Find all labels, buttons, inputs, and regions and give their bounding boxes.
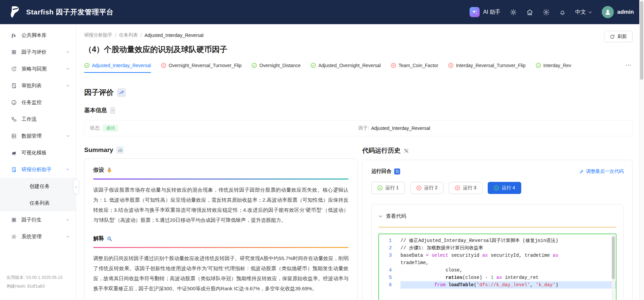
code-line: 6 from loadTable('dfs://k_day_level', 'k… (379, 281, 616, 289)
sidebar-item-system-management[interactable]: 系统管理 (0, 228, 76, 245)
pencil-icon (579, 169, 584, 174)
chevron-down-icon (66, 218, 70, 222)
top-navbar: Starfish 因子开发管理平台 AI 助手 中文 adm (0, 0, 644, 24)
svg-text:¥: ¥ (13, 67, 14, 70)
database-icon (11, 133, 17, 139)
sidebar-item-report-assistant[interactable]: 研报分析助手 (0, 161, 76, 178)
view-code-toggle[interactable]: 查看代码 (378, 210, 616, 219)
chevron-down-icon (378, 214, 383, 218)
notification-bell-icon[interactable] (559, 9, 566, 16)
theme-sun-icon[interactable] (510, 9, 517, 16)
adjust-last-code-link[interactable]: 调整最后一次代码 (579, 168, 624, 174)
sidebar-item-data-management[interactable]: 数据管理 (0, 128, 76, 144)
report-doc-icon (11, 167, 17, 172)
success-circle-icon (377, 185, 383, 191)
tab-interday-rev-truncated[interactable]: Interday_Rev (536, 63, 571, 73)
chevron-down-icon (588, 10, 592, 14)
summary-card: 假设 该因子假设股票市场存在动量与反转效应的混合现象，传统反转因子因部分股票的动… (84, 158, 358, 300)
chart-icon (11, 150, 17, 156)
chevron-down-icon (66, 67, 70, 71)
sidebar-item-workflow[interactable]: 工作流 (0, 111, 76, 128)
ai-assistant-button[interactable]: AI 助手 (470, 7, 500, 17)
app-title: Starfish 因子开发管理平台 (26, 7, 114, 17)
sidebar-item-strategy-backtest[interactable]: ¥ 策略与回测 (0, 60, 76, 77)
sidebar-collapse-handle[interactable]: ‹ (73, 179, 79, 194)
code-block[interactable]: 1// 修正Adjusted_Interday_Reversal因子计算脚本 (… (378, 234, 616, 300)
tab-overnight-reversal-turnover-flip[interactable]: Overnight_Reversal_Turnover_Flip (161, 63, 241, 73)
hypothesis-divider (93, 179, 348, 180)
sidebar: fx 公共脚本库 因子与评价 ¥ 策略与回测 审批列表 任务监控 工作流 (0, 24, 76, 300)
fail-circle-icon (455, 185, 460, 191)
code-line: 2// 步骤1: 加载数据并计算日间收益率 (379, 244, 616, 252)
explanation-text: 调整后的日间反转因子通过识别个股动量效应改进传统反转因子。研究发现A股中约55.… (93, 253, 348, 294)
explanation-heading: 解释 (93, 235, 348, 242)
tabs-overflow-button[interactable]: ⋯ (624, 63, 633, 71)
fail-circle-icon (161, 63, 166, 68)
build-hash: 构建Hash: 81df1a83 (7, 282, 76, 291)
factor-field: 因子: Adjusted_Interday_Reversal (359, 125, 627, 131)
medal-icon (107, 167, 112, 173)
code-history-column: 代码运行历史 运行回合 (362, 146, 633, 300)
hammer-wrench-icon (404, 148, 409, 154)
breadcrumb-current: Adjusted_Interday_Reversal (145, 33, 204, 38)
page-title: （4）个股动量效应的识别及球队硬币因子 (84, 44, 633, 55)
sidebar-item-create-task[interactable]: 创建任务 (0, 178, 76, 195)
sidebar-item-task-list[interactable]: 任务列表 (0, 195, 76, 211)
code-line: 4 close, (379, 266, 616, 274)
app-version: 应用版本: V3.00.1 2025.05.13 (7, 273, 76, 282)
fail-circle-icon (448, 63, 453, 68)
version-info: 应用版本: V3.00.1 2025.05.13 构建Hash: 81df1a8… (0, 273, 76, 291)
code-scrollbar-thumb[interactable] (612, 236, 615, 279)
code-history-heading: 代码运行历史 (362, 146, 633, 155)
run-3-button[interactable]: 运行 3 (449, 182, 482, 194)
magnifier-icon (107, 236, 112, 242)
chevron-down-icon (66, 134, 70, 138)
settings-gear-icon[interactable] (543, 9, 550, 16)
username: admin (617, 9, 634, 15)
run-1-button[interactable]: 运行 1 (371, 182, 405, 194)
chevron-up-icon (66, 167, 70, 171)
home-icon[interactable] (526, 9, 533, 16)
breadcrumb: 研报分析助手 / 任务列表 / Adjusted_Interday_Revers… (84, 32, 633, 38)
sidebar-item-task-monitor[interactable]: 任务监控 (0, 94, 76, 111)
sidebar-item-factor-derivation[interactable]: 因子衍生 (0, 211, 76, 228)
success-circle-icon (84, 63, 90, 68)
page-scrollbar-track[interactable] (639, 0, 644, 300)
gear-icon (11, 234, 17, 240)
page-icon (110, 107, 116, 114)
breadcrumb-report-assistant[interactable]: 研报分析助手 (84, 32, 112, 38)
section-factor-evaluation: 因子评价 (84, 88, 633, 98)
chart-increasing-icon (117, 88, 126, 97)
user-menu[interactable]: admin (602, 6, 634, 18)
tab-interday-reversal-turnover-flip[interactable]: Interday_Reversal_Turnover_Flip (448, 63, 525, 73)
tab-adjusted-overnight-reversal[interactable]: Adjusted_Overnight_Reversal (311, 63, 381, 73)
code-line: 1// 修正Adjusted_Interday_Reversal因子计算脚本 (… (379, 237, 616, 244)
chevron-down-icon (66, 50, 70, 54)
sidebar-item-approval-list[interactable]: 审批列表 (0, 77, 76, 94)
page-scrollbar-thumb[interactable] (640, 1, 643, 80)
basic-info-box: 状态: 成功 因子: Adjusted_Interday_Reversal (84, 120, 633, 136)
tab-team-coin-factor[interactable]: Team_Coin_Factor (391, 63, 438, 73)
code-line: 5 ratios(close) - 1 as interday_ret (379, 274, 616, 281)
language-selector[interactable]: 中文 (575, 9, 592, 16)
tab-overnight-distance[interactable]: Overnight_Distance (252, 63, 301, 73)
tab-adjusted-interday-reversal[interactable]: Adjusted_Interday_Reversal (84, 63, 151, 73)
run-buttons: 运行 1 运行 2 运行 3 运行 4 (371, 182, 624, 194)
approval-doc-icon (11, 83, 17, 89)
sidebar-item-public-scripts[interactable]: fx 公共脚本库 (0, 27, 76, 44)
run-4-button[interactable]: 运行 4 (488, 182, 521, 194)
run-2-button[interactable]: 运行 2 (410, 182, 444, 194)
sidebar-item-visual-template[interactable]: 可视化模板 (0, 144, 76, 161)
refresh-icon (610, 34, 615, 39)
chevron-down-icon (66, 84, 70, 88)
factor-label: 因子: (359, 125, 369, 131)
fx-icon: fx (11, 33, 17, 38)
hypothesis-heading: 假设 (93, 167, 348, 174)
breadcrumb-task-list[interactable]: 任务列表 (119, 32, 138, 38)
sidebar-item-factor-evaluation[interactable]: 因子与评价 (0, 44, 76, 60)
status-badge: 成功 (103, 124, 118, 132)
hypothesis-text: 该因子假设股票市场存在动量与反转效应的混合现象，传统反转因子因部分股票的动量效应… (93, 185, 348, 225)
refresh-button[interactable]: 刷新 (604, 31, 633, 42)
ai-assistant-label: AI 助手 (483, 9, 500, 16)
factor-value: Adjusted_Interday_Reversal (371, 126, 430, 131)
